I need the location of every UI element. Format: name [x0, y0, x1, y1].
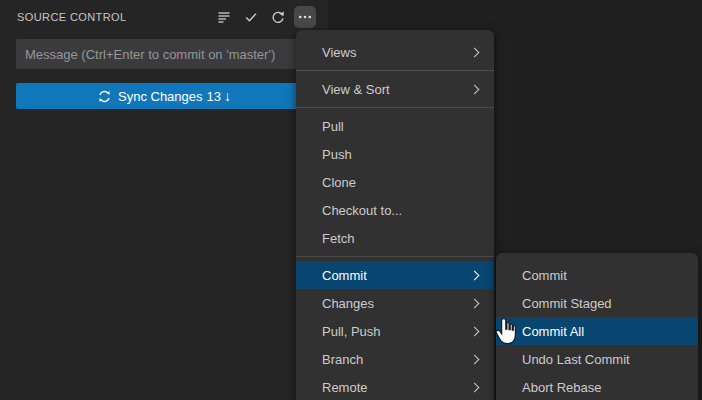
commit-message-input[interactable] [16, 39, 312, 69]
context-menu-item-pull[interactable]: Pull [296, 112, 494, 140]
chevron-right-icon [470, 354, 480, 364]
panel-title: SOURCE CONTROL [17, 11, 208, 23]
chevron-right-icon [470, 326, 480, 336]
menu-item-label: Pull [322, 119, 480, 134]
menu-item-label: Branch [322, 352, 471, 367]
menu-separator [296, 107, 494, 108]
menu-item-label: Undo Last Commit [522, 352, 684, 367]
menu-item-label: Commit All [522, 324, 684, 339]
context-menu-item-pull-push[interactable]: Pull, Push [296, 317, 494, 345]
sync-button-label: Sync Changes [118, 89, 203, 104]
menu-item-label: Commit [522, 268, 684, 283]
menu-item-label: Remote [322, 380, 471, 395]
source-control-header: SOURCE CONTROL [0, 0, 328, 34]
menu-item-label: View & Sort [322, 82, 471, 97]
menu-item-label: Commit Staged [522, 296, 684, 311]
chevron-right-icon [470, 84, 480, 94]
context-menu-item-changes[interactable]: Changes [296, 289, 494, 317]
menu-separator [296, 70, 494, 71]
menu-item-label: Clone [322, 175, 480, 190]
commit-submenu-item-commit-staged[interactable]: Commit Staged [496, 289, 698, 317]
chevron-right-icon [470, 298, 480, 308]
commit-submenu-item-commit-all[interactable]: Commit All [496, 317, 698, 345]
chevron-right-icon [470, 382, 480, 392]
context-menu-item-branch[interactable]: Branch [296, 345, 494, 373]
context-menu-item-commit[interactable]: Commit [296, 261, 494, 289]
commit-submenu: CommitCommit StagedCommit AllUndo Last C… [496, 253, 698, 400]
context-menu-item-clone[interactable]: Clone [296, 168, 494, 196]
context-menu-item-remote[interactable]: Remote [296, 373, 494, 400]
context-menu-item-checkout-to[interactable]: Checkout to... [296, 196, 494, 224]
sync-icon [97, 89, 112, 104]
more-actions-context-menu: ViewsView & SortPullPushCloneCheckout to… [296, 30, 494, 400]
menu-item-label: Changes [322, 296, 471, 311]
context-menu-item-views[interactable]: Views [296, 38, 494, 66]
commit-submenu-item-abort-rebase[interactable]: Abort Rebase [496, 373, 698, 400]
menu-item-label: Commit [322, 268, 471, 283]
menu-item-label: Checkout to... [322, 203, 480, 218]
sync-count: 13 [207, 89, 221, 104]
view-as-list-icon [216, 9, 232, 25]
menu-item-label: Abort Rebase [522, 380, 684, 395]
commit-check-icon [243, 9, 259, 25]
context-menu-item-push[interactable]: Push [296, 140, 494, 168]
arrow-down-icon: ↓ [224, 88, 231, 104]
menu-item-label: Pull, Push [322, 324, 471, 339]
more-actions-icon [297, 9, 313, 25]
commit-submenu-item-undo-last-commit[interactable]: Undo Last Commit [496, 345, 698, 373]
more-actions-button[interactable] [294, 6, 316, 28]
menu-item-label: Push [322, 147, 480, 162]
commit-button[interactable] [240, 6, 262, 28]
refresh-icon [270, 9, 286, 25]
commit-submenu-item-commit[interactable]: Commit [496, 261, 698, 289]
context-menu-item-fetch[interactable]: Fetch [296, 224, 494, 252]
menu-separator [296, 256, 494, 257]
vscode-window: SOURCE CONTROL [0, 0, 702, 400]
sync-changes-button[interactable]: Sync Changes 13 ↓ [16, 83, 312, 109]
source-control-sidebar: SOURCE CONTROL [0, 0, 328, 400]
menu-item-label: Fetch [322, 231, 480, 246]
refresh-button[interactable] [267, 6, 289, 28]
chevron-right-icon [470, 47, 480, 57]
hand-pointer-cursor [495, 317, 519, 347]
menu-item-label: Views [322, 45, 471, 60]
context-menu-item-view-sort[interactable]: View & Sort [296, 75, 494, 103]
chevron-right-icon [470, 270, 480, 280]
view-as-list-button[interactable] [213, 6, 235, 28]
